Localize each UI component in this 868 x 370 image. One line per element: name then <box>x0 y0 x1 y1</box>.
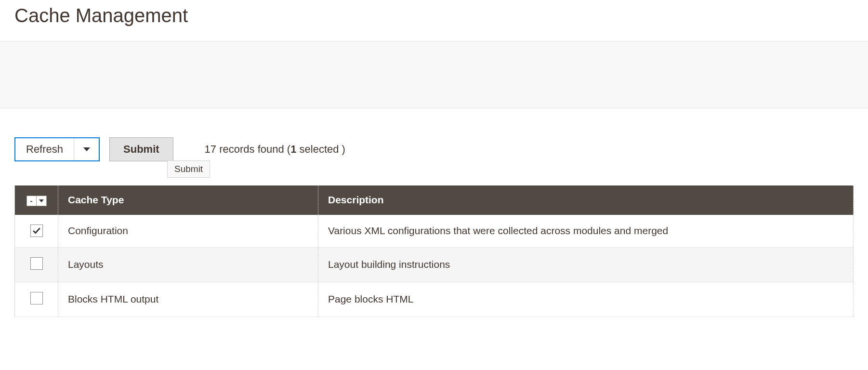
select-all-control: - <box>26 196 47 206</box>
table-row: Blocks HTML outputPage blocks HTML <box>15 282 854 317</box>
table-header-select: - <box>15 185 58 215</box>
table-cell-checkbox <box>15 282 58 317</box>
row-checkbox[interactable] <box>30 292 43 304</box>
records-selected-label: selected ) <box>296 143 345 155</box>
table-cell-description: Layout building instructions <box>318 247 854 282</box>
table-cell-description: Various XML configurations that were col… <box>318 215 854 248</box>
row-checkbox[interactable] <box>30 225 43 237</box>
row-checkbox[interactable] <box>30 257 43 270</box>
page-title: Cache Management <box>14 0 854 41</box>
toolbar: Refresh Submit Submit 17 records found (… <box>14 137 854 161</box>
table-cell-cache-type: Blocks HTML output <box>58 282 318 317</box>
records-found-text: 17 records found (1 selected ) <box>205 143 345 156</box>
cache-table: - Cache Type Description ConfigurationVa… <box>14 185 854 317</box>
chevron-down-icon <box>83 147 90 151</box>
table-cell-checkbox <box>15 215 58 248</box>
submit-button[interactable]: Submit <box>109 137 173 161</box>
submit-tooltip: Submit <box>167 160 210 178</box>
refresh-action-button[interactable]: Refresh <box>15 138 74 160</box>
table-cell-checkbox <box>15 247 58 282</box>
select-all-checkbox[interactable]: - <box>27 196 37 206</box>
action-select-wrap: Refresh <box>14 137 100 161</box>
table-row: ConfigurationVarious XML configurations … <box>15 215 854 248</box>
table-cell-cache-type: Configuration <box>58 215 318 248</box>
select-all-dropdown[interactable] <box>37 196 46 206</box>
table-cell-cache-type: Layouts <box>58 247 318 282</box>
table-header-cache-type: Cache Type <box>58 185 318 215</box>
records-count: 17 <box>205 143 216 155</box>
checkmark-icon <box>32 226 41 235</box>
chevron-down-icon <box>39 199 44 202</box>
action-select-dropdown-toggle[interactable] <box>74 138 99 160</box>
table-header-description: Description <box>318 185 854 215</box>
table-row: LayoutsLayout building instructions <box>15 247 854 282</box>
records-found-label: records found ( <box>216 143 290 155</box>
records-selected-count: 1 <box>290 143 296 155</box>
page-actions-bar <box>0 41 868 108</box>
table-cell-description: Page blocks HTML <box>318 282 854 317</box>
